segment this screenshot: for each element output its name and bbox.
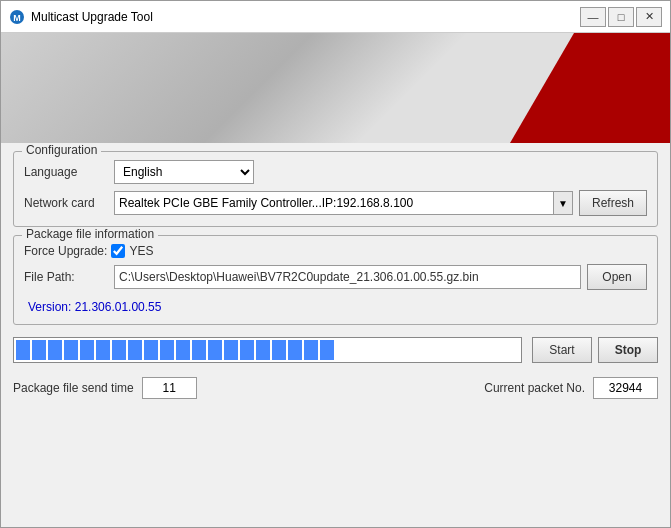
file-path-input[interactable]: [114, 265, 581, 289]
action-buttons: Start Stop: [532, 337, 658, 363]
maximize-button[interactable]: □: [608, 7, 634, 27]
network-combo: ▼: [114, 191, 573, 215]
progress-segment: [64, 340, 78, 360]
progress-segment: [208, 340, 222, 360]
progress-segment: [240, 340, 254, 360]
file-path-row: File Path: Open: [24, 264, 647, 290]
progress-segment: [80, 340, 94, 360]
progress-segment: [96, 340, 110, 360]
progress-segment: [192, 340, 206, 360]
progress-segment: [304, 340, 318, 360]
stop-button[interactable]: Stop: [598, 337, 658, 363]
language-row: Language English Chinese: [24, 160, 647, 184]
packet-no-input[interactable]: [593, 377, 658, 399]
progress-segment: [16, 340, 30, 360]
file-path-label: File Path:: [24, 270, 114, 284]
version-value: 21.306.01.00.55: [75, 300, 162, 314]
force-upgrade-checkbox[interactable]: [111, 244, 125, 258]
banner-accent: [510, 33, 670, 143]
version-row: Version: 21.306.01.00.55: [24, 296, 647, 314]
svg-text:M: M: [13, 13, 21, 23]
refresh-button[interactable]: Refresh: [579, 190, 647, 216]
packet-no-label: Current packet No.: [484, 381, 585, 395]
send-time-label: Package file send time: [13, 381, 134, 395]
force-upgrade-row: Force Upgrade: YES: [24, 244, 647, 258]
start-button[interactable]: Start: [532, 337, 592, 363]
bottom-row: Package file send time Current packet No…: [13, 377, 658, 399]
window-title: Multicast Upgrade Tool: [31, 10, 580, 24]
language-label: Language: [24, 165, 114, 179]
minimize-button[interactable]: —: [580, 7, 606, 27]
progress-segment: [144, 340, 158, 360]
configuration-group: Configuration Language English Chinese N…: [13, 151, 658, 227]
content-area: Configuration Language English Chinese N…: [1, 143, 670, 527]
version-text: Version: 21.306.01.00.55: [24, 300, 161, 314]
title-bar: M Multicast Upgrade Tool — □ ✕: [1, 1, 670, 33]
language-select[interactable]: English Chinese: [114, 160, 254, 184]
progress-segment: [224, 340, 238, 360]
send-time-input[interactable]: [142, 377, 197, 399]
progress-segment: [112, 340, 126, 360]
package-group: Package file information Force Upgrade: …: [13, 235, 658, 325]
progress-segment: [48, 340, 62, 360]
progress-segment: [272, 340, 286, 360]
version-label: Version:: [28, 300, 71, 314]
progress-segment: [128, 340, 142, 360]
progress-section: Start Stop: [13, 337, 658, 363]
banner: [1, 33, 670, 143]
yes-label: YES: [129, 244, 153, 258]
package-group-title: Package file information: [22, 227, 158, 241]
main-window: M Multicast Upgrade Tool — □ ✕ Configura…: [0, 0, 671, 528]
progress-segment: [160, 340, 174, 360]
network-dropdown-btn[interactable]: ▼: [553, 191, 573, 215]
progress-segment: [288, 340, 302, 360]
force-upgrade-label: Force Upgrade:: [24, 244, 107, 258]
app-icon: M: [9, 9, 25, 25]
progress-segment: [256, 340, 270, 360]
config-group-title: Configuration: [22, 143, 101, 157]
network-card-input[interactable]: [114, 191, 553, 215]
close-button[interactable]: ✕: [636, 7, 662, 27]
progress-bar-container: [13, 337, 522, 363]
progress-bar-fill: [14, 338, 521, 362]
network-card-label: Network card: [24, 196, 114, 210]
network-card-row: Network card ▼ Refresh: [24, 190, 647, 216]
progress-segment: [320, 340, 334, 360]
open-button[interactable]: Open: [587, 264, 647, 290]
progress-segment: [32, 340, 46, 360]
window-controls: — □ ✕: [580, 7, 662, 27]
progress-segment: [176, 340, 190, 360]
